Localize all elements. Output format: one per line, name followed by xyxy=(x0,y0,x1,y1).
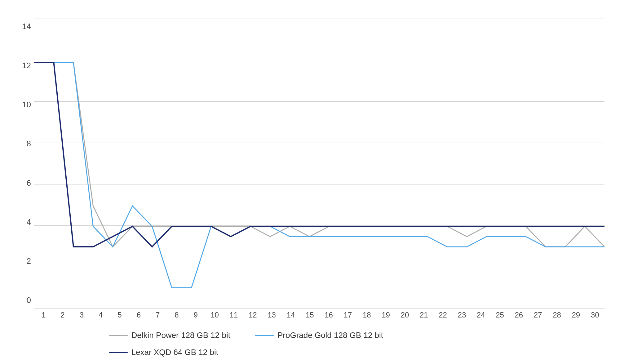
x-axis-labels: 1234567891011121314151617181920212223242… xyxy=(34,308,604,324)
x-axis-label: 7 xyxy=(148,311,167,324)
x-axis-label: 13 xyxy=(262,311,281,324)
grid-line xyxy=(34,308,604,309)
y-axis-label: 0 xyxy=(27,295,31,305)
chart-plot-area: 1234567891011121314151617181920212223242… xyxy=(34,19,604,324)
x-axis-label: 11 xyxy=(224,311,243,324)
x-axis-label: 2 xyxy=(53,311,72,324)
chart-container: 14121086420 1234567891011121314151617181… xyxy=(16,0,604,364)
x-axis-label: 22 xyxy=(433,311,452,324)
x-axis-label: 29 xyxy=(566,311,585,324)
legend-item: Lexar XQD 64 GB 12 bit xyxy=(109,348,218,357)
x-axis-label: 28 xyxy=(547,311,566,324)
x-axis-label: 27 xyxy=(529,311,547,324)
x-axis-label: 23 xyxy=(452,311,471,324)
y-axis-label: 8 xyxy=(27,139,31,149)
x-axis-label: 3 xyxy=(72,311,91,324)
chart-area: 14121086420 1234567891011121314151617181… xyxy=(16,19,604,324)
x-axis-label: 4 xyxy=(91,311,110,324)
x-axis-label: 10 xyxy=(205,311,224,324)
y-axis-labels: 14121086420 xyxy=(16,19,34,324)
chart-series-line xyxy=(34,63,604,247)
legend-label-text: Delkin Power 128 GB 12 bit xyxy=(131,331,230,340)
y-axis-label: 2 xyxy=(27,256,31,266)
x-axis-label: 9 xyxy=(186,311,205,324)
x-axis-label: 20 xyxy=(395,311,414,324)
legend-item: Delkin Power 128 GB 12 bit xyxy=(109,331,230,340)
x-axis-label: 5 xyxy=(110,311,129,324)
y-axis-label: 14 xyxy=(22,22,31,31)
x-axis-label: 15 xyxy=(300,311,319,324)
y-axis-label: 4 xyxy=(27,217,31,227)
x-axis-label: 30 xyxy=(586,311,604,324)
legend-line-color xyxy=(255,335,274,336)
x-axis-label: 14 xyxy=(281,311,300,324)
legend-line-color xyxy=(109,335,128,336)
y-axis-label: 12 xyxy=(22,61,31,70)
x-axis-label: 19 xyxy=(376,311,395,324)
grid-and-lines xyxy=(34,19,604,308)
x-axis-label: 25 xyxy=(490,311,509,324)
x-axis-label: 1 xyxy=(34,311,53,324)
y-axis-label: 10 xyxy=(22,100,31,109)
x-axis-label: 12 xyxy=(243,311,262,324)
x-axis-label: 18 xyxy=(357,311,376,324)
legend-line-color xyxy=(109,352,128,353)
x-axis-label: 24 xyxy=(472,311,490,324)
x-axis-label: 26 xyxy=(509,311,528,324)
x-axis-label: 8 xyxy=(167,311,186,324)
legend-label-text: ProGrade Gold 128 GB 12 bit xyxy=(277,331,383,340)
y-axis-label: 6 xyxy=(27,178,31,188)
legend-label-text: Lexar XQD 64 GB 12 bit xyxy=(131,348,218,357)
chart-svg xyxy=(34,19,604,308)
x-axis-label: 17 xyxy=(338,311,357,324)
chart-series-line xyxy=(34,63,604,288)
legend-item: ProGrade Gold 128 GB 12 bit xyxy=(255,331,383,340)
x-axis-label: 6 xyxy=(129,311,148,324)
x-axis-label: 16 xyxy=(319,311,338,324)
x-axis-label: 21 xyxy=(414,311,433,324)
chart-series-line xyxy=(34,63,604,247)
legend-area: Delkin Power 128 GB 12 bitProGrade Gold … xyxy=(72,324,548,364)
